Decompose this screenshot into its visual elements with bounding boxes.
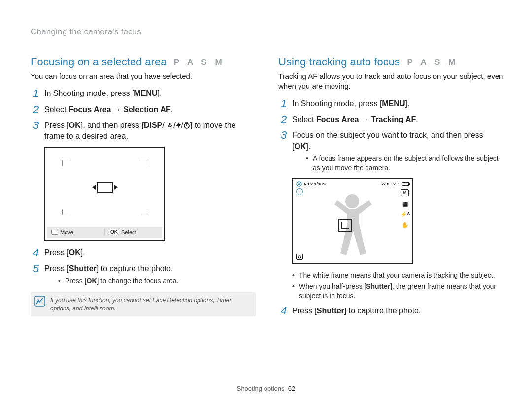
camera-icon	[296, 254, 303, 260]
section-title-selection-af: Focusing on a selected area	[31, 56, 166, 68]
tracking-af-screen: F3.2 1/30S -2 0 +2 1 M ▦ ⚡ᴬ ✋	[292, 178, 413, 264]
frame-corner-icon	[139, 160, 147, 166]
left-column: Focusing on a selected area P A S M You …	[31, 56, 256, 321]
mode-indicator: P A S M	[407, 58, 458, 67]
step-text: .	[416, 115, 418, 123]
ok-button-label: OK	[69, 121, 81, 129]
step-text: ].	[157, 89, 162, 97]
substep: The white frame means that your camera i…	[292, 271, 503, 280]
substep: When you half-press [Shutter], the green…	[292, 282, 503, 301]
menu-button-label: MENU	[382, 99, 405, 108]
substep: A focus frame appears on the subject and…	[306, 154, 503, 173]
note-box: If you use this function, you cannot set…	[31, 292, 256, 316]
step-2: Select Focus Area → Selection AF.	[31, 104, 256, 115]
battery-icon	[402, 182, 409, 186]
step-4: Press [OK].	[31, 247, 256, 258]
step-text: In Shooting mode, press [	[44, 89, 134, 97]
note-icon	[34, 296, 45, 307]
footer-section: Shooting options	[237, 385, 285, 392]
substep-text: When you half-press [	[299, 282, 366, 290]
mode-indicator: P A S M	[174, 58, 225, 67]
select-label: Select	[121, 229, 136, 235]
ok-button-label: OK	[294, 142, 306, 151]
substep-text: ] to change the focus area.	[97, 277, 179, 285]
tracking-frame	[338, 219, 352, 232]
frame-corner-icon	[62, 160, 70, 166]
timer-icon	[183, 122, 190, 129]
note-text: If you use this function, you cannot set…	[50, 297, 231, 311]
disp-button-label: DISP	[144, 121, 162, 129]
aperture-shutter-readout: F3.2 1/30S	[304, 182, 326, 186]
shutter-label: Shutter	[366, 282, 390, 290]
arrow-icon: →	[111, 105, 123, 114]
ok-button-label: OK	[69, 248, 81, 257]
flash-icon	[176, 122, 181, 129]
step-text: In Shooting mode, press [	[292, 99, 382, 108]
step-text: .	[171, 105, 173, 114]
step-text: Select	[44, 105, 68, 114]
square-icon: ▦	[401, 200, 409, 207]
substep-text: Press [	[65, 277, 87, 285]
section-title-tracking-af: Using tracking auto focus	[278, 56, 400, 68]
dpad-icon	[51, 230, 58, 235]
ok-chip-icon: OK	[109, 229, 119, 235]
step-text: ].	[81, 248, 85, 257]
selection-af-screen: Move OK Select	[44, 147, 165, 241]
breadcrumb: Changing the camera's focus	[31, 27, 503, 37]
step-text: Select	[292, 115, 316, 123]
step-text: ].	[306, 142, 310, 151]
substep: Press [OK] to change the focus area.	[58, 277, 256, 286]
globe-icon	[296, 188, 303, 195]
step-text: Press [	[44, 248, 69, 257]
arrow-left-icon	[92, 185, 96, 190]
step-text: ].	[405, 99, 409, 108]
right-column: Using tracking auto focus P A S M Tracki…	[278, 56, 503, 321]
mode-dot-icon	[296, 181, 302, 187]
step-text: Press [	[292, 307, 317, 315]
step-text: ] to capture the photo.	[97, 264, 173, 273]
size-icon: M	[401, 189, 409, 196]
move-label: Move	[60, 229, 73, 235]
svg-point-3	[298, 183, 300, 185]
af-selection-box	[97, 182, 113, 193]
frame-corner-icon	[62, 209, 70, 215]
arrow-right-icon	[114, 185, 118, 190]
slash-separator: /	[162, 121, 164, 129]
subject-silhouette-icon	[318, 189, 387, 261]
ev-scale: -2 0 +2	[382, 182, 396, 186]
step-2: Select Focus Area → Tracking AF.	[278, 114, 503, 125]
shutter-label: Shutter	[317, 307, 344, 315]
shutter-label: Shutter	[69, 264, 97, 273]
menu-button-label: MENU	[134, 89, 157, 97]
focus-area-label: Focus Area	[68, 105, 111, 114]
selection-af-label: Selection AF	[123, 105, 170, 114]
frame-corner-icon	[139, 209, 147, 215]
focus-area-label: Focus Area	[316, 115, 359, 123]
page-number: 62	[288, 385, 295, 392]
ois-icon: ✋	[401, 222, 409, 229]
step-5: Press [Shutter] to capture the photo. Pr…	[31, 263, 256, 285]
step-text: Press [	[44, 121, 69, 129]
step-3: Press [OK], and then press [DISP/ //] to…	[31, 120, 256, 142]
page-footer: Shooting options 62	[0, 385, 532, 392]
step-text: ] to capture the photo.	[344, 307, 421, 315]
intro-text: Tracking AF allows you to track and auto…	[278, 71, 503, 92]
flash-auto-icon: ⚡ᴬ	[401, 211, 409, 218]
step-4: Press [Shutter] to capture the photo.	[278, 306, 503, 316]
step-1: In Shooting mode, press [MENU].	[278, 98, 503, 109]
step-3: Focus on the subject you want to track, …	[278, 130, 503, 173]
macro-icon	[166, 122, 173, 129]
intro-text: You can focus on an area that you have s…	[31, 71, 256, 81]
step-text: Press [	[44, 264, 69, 273]
step-text: Focus on the subject you want to track, …	[292, 131, 483, 150]
shot-count: 1	[398, 182, 400, 186]
step-1: In Shooting mode, press [MENU].	[31, 88, 256, 99]
arrow-icon: →	[359, 115, 371, 123]
tracking-af-label: Tracking AF	[371, 115, 416, 123]
step-text: ], and then press [	[81, 121, 144, 129]
ok-button-label: OK	[87, 277, 97, 285]
